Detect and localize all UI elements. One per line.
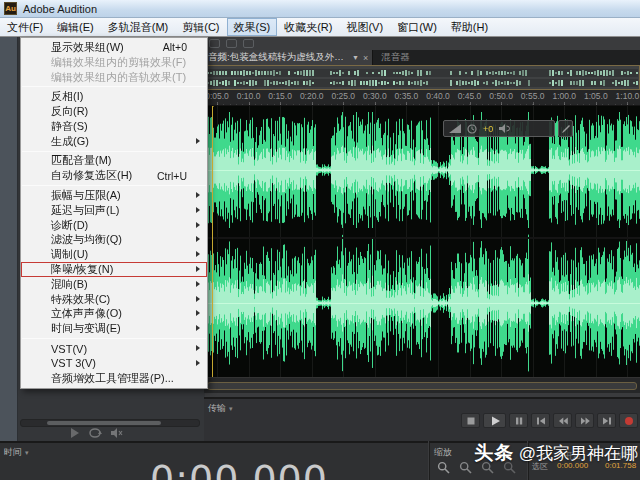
loop-icon[interactable] [88, 428, 102, 438]
record-button[interactable] [619, 413, 638, 428]
menubar-item-6[interactable]: 收藏夹(R) [277, 18, 339, 36]
submenu-arrow-icon [196, 192, 200, 198]
rewind-button[interactable] [553, 413, 572, 428]
submenu-arrow-icon [196, 251, 200, 257]
menu-item-21[interactable]: 时间与变调(E) [21, 321, 207, 336]
menu-item-label: VST 3(V) [51, 357, 96, 369]
skip-start-button[interactable] [531, 413, 550, 428]
ruler-tick-label: 0:40.0 [421, 91, 455, 101]
submenu-arrow-icon [196, 281, 200, 287]
play-icon [488, 414, 502, 428]
menu-item-6[interactable]: 静音(S) [21, 119, 207, 134]
pause-icon [512, 414, 526, 428]
pause-button[interactable] [509, 413, 528, 428]
menu-bar: 文件(F)编辑(E)多轨混音(M)剪辑(C)效果(S)收藏夹(R)视图(V)窗口… [0, 18, 640, 37]
toolbar-icon[interactable] [226, 39, 237, 48]
menu-item-9[interactable]: 匹配音量(M) [21, 154, 207, 169]
menu-item-14[interactable]: 诊断(D) [21, 218, 207, 233]
magnifier-icon [459, 461, 472, 474]
clock-icon[interactable] [467, 124, 477, 134]
skip-end-button[interactable] [597, 413, 616, 428]
submenu-arrow-icon [196, 236, 200, 242]
rewind-icon [556, 414, 570, 428]
zoom-navigator[interactable] [204, 377, 640, 393]
zoom-navigator-thumb[interactable] [207, 382, 637, 390]
submenu-arrow-icon [196, 222, 200, 228]
fast-forward-button[interactable] [575, 413, 594, 428]
menu-item-20[interactable]: 立体声声像(O) [21, 307, 207, 322]
scrollbar-thumb[interactable] [47, 421, 161, 425]
waveform-display[interactable] [204, 106, 640, 377]
speaker-mute-icon[interactable] [111, 428, 123, 438]
tab-zoom[interactable]: 缩放 [434, 446, 452, 459]
menu-item-4[interactable]: 反相(I) [21, 89, 207, 104]
menubar-item-4[interactable]: 剪辑(C) [175, 18, 226, 36]
submenu-arrow-icon [196, 138, 200, 144]
menu-item-5[interactable]: 反向(R) [21, 104, 207, 119]
menubar-item-9[interactable]: 帮助(H) [444, 18, 495, 36]
menu-item-16[interactable]: 调制(U) [21, 247, 207, 262]
menu-item-23[interactable]: VST(V) [21, 341, 207, 356]
playhead-marker[interactable] [208, 106, 218, 107]
hud-gain-value[interactable]: +0 [483, 124, 493, 134]
speaker-icon[interactable] [499, 124, 510, 133]
submenu-arrow-icon [196, 266, 200, 272]
menu-item-12[interactable]: 振幅与压限(A) [21, 188, 207, 203]
panel-menu-icon[interactable]: ▾ [25, 449, 29, 457]
playhead-line[interactable] [212, 106, 213, 377]
submenu-arrow-icon [196, 325, 200, 331]
menu-item-7[interactable]: 生成(G) [21, 134, 207, 149]
transport-controls [461, 413, 638, 428]
menu-item-label: 混响(B) [51, 277, 88, 292]
menu-item-10[interactable]: 自动修复选区(H)Ctrl+U [21, 168, 207, 183]
menu-item-19[interactable]: 特殊效果(C) [21, 292, 207, 307]
menubar-item-3[interactable]: 多轨混音(M) [101, 18, 176, 36]
zoom-out-button[interactable] [459, 460, 472, 478]
menu-item-17[interactable]: 降噪/恢复(N) [21, 262, 207, 277]
effects-menu: 显示效果组(W)Alt+0编辑效果组内的剪辑效果(F)编辑效果组内的音轨效果(T… [20, 37, 208, 389]
overview-canvas[interactable] [204, 66, 638, 89]
tab-mixer[interactable]: 混音器 [373, 50, 418, 65]
tab-close-icon[interactable]: × [363, 53, 368, 63]
tab-transport[interactable]: 传输 ▾ [208, 402, 233, 415]
menu-item-24[interactable]: VST 3(V) [21, 356, 207, 371]
menu-item-18[interactable]: 混响(B) [21, 277, 207, 292]
waveform-overview[interactable] [204, 65, 640, 90]
timeline-ruler[interactable]: 0:05.00:10.00:15.00:20.00:25.00:30.00:35… [204, 90, 640, 106]
ruler-tick-label: 1:10.0 [610, 91, 640, 101]
menu-item-label: 音频增效工具管理器(P)... [51, 371, 174, 386]
hud-settings-button[interactable] [558, 120, 573, 137]
menu-item-13[interactable]: 延迟与回声(L) [21, 203, 207, 218]
tab-editor-file[interactable]: 音频:包装盒线稿转为虚线及外轮廓描边? .mp3 ▼ × [204, 50, 373, 65]
waveform-canvas[interactable] [204, 106, 640, 377]
menubar-item-7[interactable]: 视图(V) [339, 18, 390, 36]
menubar-item-5[interactable]: 效果(S) [227, 18, 278, 36]
fade-icon[interactable] [449, 124, 461, 133]
volume-hud[interactable]: +0 [443, 120, 555, 137]
watermark-handle: @我家男神在哪 [519, 444, 638, 463]
preview-play-icon[interactable] [70, 428, 79, 438]
play-button[interactable] [483, 413, 506, 428]
menubar-item-8[interactable]: 窗口(W) [390, 18, 444, 36]
menu-item-0[interactable]: 显示效果组(W)Alt+0 [21, 40, 207, 55]
zoom-in-button[interactable] [437, 460, 450, 478]
menu-separator [22, 185, 206, 186]
menu-item-15[interactable]: 滤波与均衡(Q) [21, 233, 207, 248]
menubar-item-2[interactable]: 编辑(E) [50, 18, 101, 36]
files-horizontal-scrollbar[interactable] [20, 419, 200, 427]
panel-menu-icon[interactable]: ▾ [229, 405, 233, 413]
menu-separator [22, 86, 206, 87]
menu-item-label: 编辑效果组内的剪辑效果(F) [51, 55, 186, 70]
submenu-arrow-icon [196, 310, 200, 316]
toolbar-icon[interactable] [243, 39, 254, 48]
menubar-item-1[interactable]: 文件(F) [0, 18, 50, 36]
tab-dropdown-icon[interactable]: ▼ [352, 54, 359, 61]
tab-time[interactable]: 时间 ▾ [4, 446, 29, 459]
toolbar-icon[interactable] [209, 39, 220, 48]
menu-item-25[interactable]: 音频增效工具管理器(P)... [21, 371, 207, 386]
menu-item-label: 静音(S) [51, 119, 88, 134]
menu-item-2: 编辑效果组内的音轨效果(T) [21, 70, 207, 85]
menu-item-label: 编辑效果组内的音轨效果(T) [51, 70, 186, 85]
stop-button[interactable] [461, 413, 480, 428]
menu-item-label: 降噪/恢复(N) [51, 262, 113, 277]
